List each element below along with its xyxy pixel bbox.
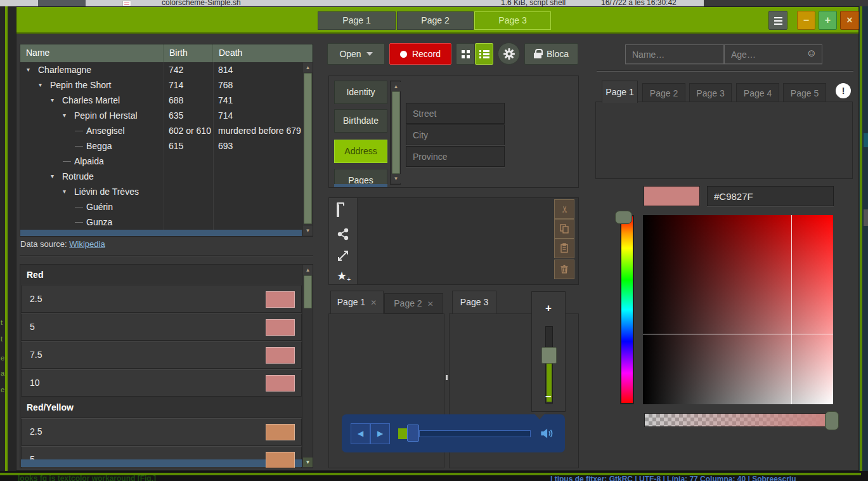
smiley-icon[interactable]: ☺ bbox=[806, 48, 817, 59]
seek-slider-handle[interactable] bbox=[407, 425, 419, 442]
paste-icon bbox=[559, 243, 569, 253]
paste-button[interactable] bbox=[554, 239, 574, 258]
column-header-death[interactable]: Death bbox=[213, 44, 313, 62]
right-tab-page4[interactable]: Page 4 bbox=[736, 83, 779, 103]
name-input[interactable] bbox=[625, 44, 724, 64]
hue-slider[interactable] bbox=[620, 215, 634, 404]
sidebar-scrollbar-thumb[interactable] bbox=[392, 91, 400, 174]
expander-icon[interactable]: ▾ bbox=[51, 169, 59, 184]
expander-icon[interactable]: ▾ bbox=[39, 77, 47, 93]
scale-row[interactable]: 7.5 bbox=[21, 341, 302, 369]
tree-row[interactable]: ▾Charles Martel688741 bbox=[20, 93, 302, 108]
alert-icon[interactable]: ! bbox=[836, 83, 851, 98]
hex-color-input[interactable] bbox=[707, 186, 834, 206]
scroll-down-icon[interactable]: ▼ bbox=[303, 226, 313, 235]
sidebar-item-birthdate[interactable]: Birthdate bbox=[334, 109, 387, 133]
list-view-toggle[interactable] bbox=[475, 43, 493, 65]
scale-selected-row-partial[interactable] bbox=[21, 459, 302, 467]
tree-row[interactable]: Begga615693 bbox=[20, 138, 302, 154]
expander-icon[interactable]: ▾ bbox=[27, 62, 35, 77]
star-plus-icon[interactable]: ★+ bbox=[337, 269, 351, 283]
folder-icon[interactable] bbox=[337, 206, 351, 220]
right-tab-page5[interactable]: Page 5 bbox=[783, 83, 826, 103]
titlebar-tab-page2[interactable]: Page 2 bbox=[397, 11, 474, 30]
tree-row[interactable]: ▾Rotrude bbox=[20, 169, 302, 184]
grid-view-toggle[interactable] bbox=[456, 43, 475, 65]
media-back-button[interactable]: ◀ bbox=[351, 423, 370, 444]
cut-button[interactable]: ✂ bbox=[554, 199, 574, 219]
right-tab-page1[interactable]: Page 1 bbox=[602, 81, 638, 103]
scroll-up-icon[interactable]: ▲ bbox=[303, 63, 313, 72]
tree-row[interactable]: ▾Pepin of Herstal635714 bbox=[20, 108, 302, 123]
close-tab-icon[interactable]: ✕ bbox=[370, 298, 377, 307]
record-button[interactable]: Record bbox=[389, 43, 451, 65]
fullscreen-icon[interactable] bbox=[337, 249, 351, 263]
expander-icon[interactable]: ▾ bbox=[63, 108, 71, 123]
column-header-birth[interactable]: Birth bbox=[164, 44, 213, 62]
alpha-slider-handle[interactable] bbox=[825, 411, 839, 430]
tree-selected-row-partial[interactable] bbox=[20, 230, 302, 236]
tree-row[interactable]: ▾Liévin de Trèves bbox=[20, 184, 302, 199]
tree-cell-birth: 635 bbox=[164, 108, 213, 123]
settings-button[interactable] bbox=[498, 43, 520, 65]
scale-row[interactable]: 10 bbox=[21, 369, 302, 397]
tree-row[interactable]: Alpaida bbox=[20, 154, 302, 169]
scale-scrollbar[interactable]: ▲ ▼ bbox=[302, 265, 313, 468]
pane-handle[interactable] bbox=[446, 375, 448, 380]
tab-page3[interactable]: Page 3 bbox=[452, 291, 496, 313]
volume-up-button[interactable]: + bbox=[532, 302, 565, 315]
color-swatch[interactable] bbox=[644, 186, 700, 206]
media-forward-button[interactable]: ▶ bbox=[370, 423, 390, 444]
scroll-down-icon[interactable]: ▼ bbox=[391, 174, 401, 183]
maximize-button[interactable]: + bbox=[819, 11, 837, 30]
wikipedia-link[interactable]: Wikipedia bbox=[69, 239, 105, 249]
sidebar-scrollbar[interactable]: ▲ ▼ bbox=[390, 81, 401, 185]
scroll-down-icon[interactable]: ▼ bbox=[303, 458, 313, 467]
expander-icon[interactable]: ▾ bbox=[51, 93, 59, 108]
column-header-name[interactable]: Name bbox=[20, 44, 164, 62]
copy-button[interactable] bbox=[554, 219, 574, 239]
scroll-up-icon[interactable]: ▲ bbox=[303, 265, 313, 275]
titlebar[interactable]: Page 1 Page 2 Page 3 − + × bbox=[16, 7, 858, 34]
tree-row[interactable]: Ansegisel602 or 610murdered before 679 bbox=[20, 123, 302, 138]
province-field[interactable] bbox=[406, 146, 505, 167]
delete-button[interactable] bbox=[554, 260, 574, 279]
tab-page2[interactable]: Page 2✕ bbox=[384, 293, 443, 313]
tree-row[interactable]: Guérin bbox=[20, 199, 302, 214]
expander-icon[interactable]: ▾ bbox=[63, 184, 71, 199]
close-tab-icon[interactable]: ✕ bbox=[427, 300, 434, 308]
city-field[interactable] bbox=[406, 124, 505, 145]
open-button[interactable]: Open bbox=[327, 43, 385, 65]
scale-scrollbar-thumb[interactable] bbox=[304, 275, 312, 308]
window-menu-button[interactable] bbox=[768, 11, 787, 30]
grid-icon bbox=[462, 50, 465, 53]
scroll-up-icon[interactable]: ▲ bbox=[391, 82, 401, 91]
close-button[interactable]: × bbox=[840, 11, 859, 30]
share-icon[interactable] bbox=[337, 228, 351, 242]
hue-slider-handle[interactable] bbox=[615, 211, 632, 224]
scale-row[interactable]: 5 bbox=[21, 313, 302, 341]
sidebar-item-identity[interactable]: Identity bbox=[334, 81, 387, 104]
lock-button[interactable]: Bloca bbox=[524, 43, 578, 65]
scale-row[interactable]: 2.5 bbox=[21, 286, 302, 313]
tab-page1[interactable]: Page 1✕ bbox=[330, 291, 384, 313]
sidebar-item-address[interactable]: Address bbox=[334, 140, 387, 163]
alpha-slider[interactable] bbox=[644, 413, 832, 427]
tree-scrollbar[interactable]: ▲ ▼ bbox=[302, 62, 313, 236]
volume-down-button[interactable]: − bbox=[532, 391, 565, 404]
scale-row[interactable]: 2.5 bbox=[21, 418, 302, 445]
street-field[interactable] bbox=[406, 103, 505, 124]
titlebar-tab-page1[interactable]: Page 1 bbox=[318, 11, 396, 30]
tree-row[interactable]: ▾Pepin the Short714768 bbox=[20, 77, 302, 93]
tree-scrollbar-thumb[interactable] bbox=[304, 73, 312, 224]
tree-row[interactable]: Gunza bbox=[20, 214, 302, 230]
seek-slider[interactable] bbox=[419, 430, 531, 437]
minimize-button[interactable]: − bbox=[797, 11, 815, 30]
tree-row[interactable]: ▾Charlemagne742814 bbox=[20, 62, 302, 77]
saturation-value-area[interactable] bbox=[643, 215, 833, 404]
titlebar-tab-page3[interactable]: Page 3 bbox=[474, 11, 551, 30]
volume-slider-handle[interactable] bbox=[541, 347, 557, 364]
right-tab-page2[interactable]: Page 2 bbox=[642, 83, 685, 103]
speaker-icon[interactable] bbox=[538, 425, 555, 444]
right-tab-page3[interactable]: Page 3 bbox=[689, 83, 732, 103]
